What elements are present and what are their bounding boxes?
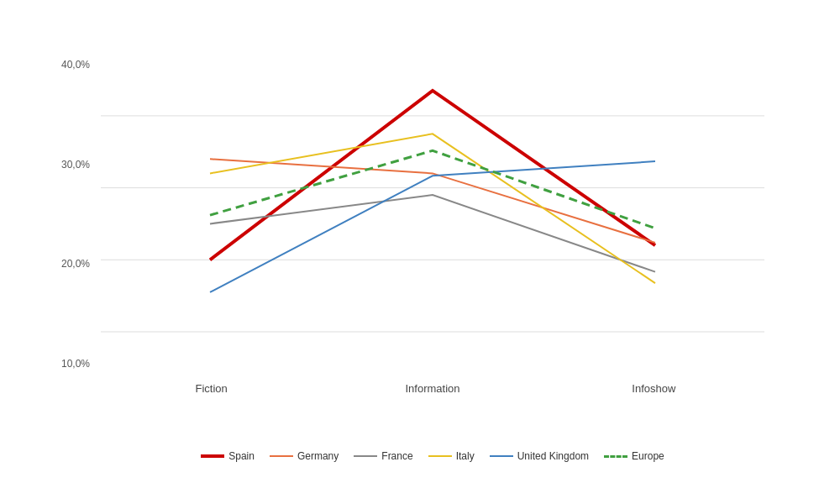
x-label-infoshow: Infoshow bbox=[543, 382, 764, 395]
legend-italy: Italy bbox=[428, 450, 475, 462]
y-axis-labels: 40,0% 30,0% 20,0% 10,0% bbox=[42, 59, 97, 370]
line-france bbox=[210, 195, 655, 272]
legend-label-uk: United Kingdom bbox=[517, 450, 589, 462]
y-label-20: 20,0% bbox=[61, 258, 90, 270]
legend-europe: Europe bbox=[604, 450, 664, 462]
legend-line-europe bbox=[604, 455, 627, 458]
line-uk bbox=[210, 161, 655, 292]
legend-line-spain bbox=[201, 454, 224, 458]
legend-label-france: France bbox=[381, 450, 412, 462]
chart-area bbox=[101, 59, 764, 370]
legend-line-germany bbox=[270, 455, 293, 457]
legend-label-germany: Germany bbox=[297, 450, 339, 462]
legend-france: France bbox=[354, 450, 412, 462]
legend-line-france bbox=[354, 455, 377, 457]
chart-legend: Spain Germany France Italy United Kingdo… bbox=[101, 450, 764, 462]
y-label-10: 10,0% bbox=[61, 358, 90, 370]
legend-uk: United Kingdom bbox=[490, 450, 589, 462]
legend-line-italy bbox=[428, 455, 452, 457]
legend-line-uk bbox=[490, 455, 513, 457]
chart-container: 40,0% 30,0% 20,0% 10,0% bbox=[42, 34, 798, 470]
legend-label-spain: Spain bbox=[228, 450, 255, 462]
chart-svg bbox=[101, 59, 764, 370]
y-label-40: 40,0% bbox=[61, 59, 90, 71]
x-label-fiction: Fiction bbox=[101, 382, 322, 395]
x-label-information: Information bbox=[322, 382, 543, 395]
legend-germany: Germany bbox=[270, 450, 339, 462]
x-axis-labels: Fiction Information Infoshow bbox=[101, 382, 764, 395]
legend-spain: Spain bbox=[201, 450, 255, 462]
y-label-30: 30,0% bbox=[61, 159, 90, 171]
legend-label-italy: Italy bbox=[456, 450, 475, 462]
legend-label-europe: Europe bbox=[632, 450, 664, 462]
